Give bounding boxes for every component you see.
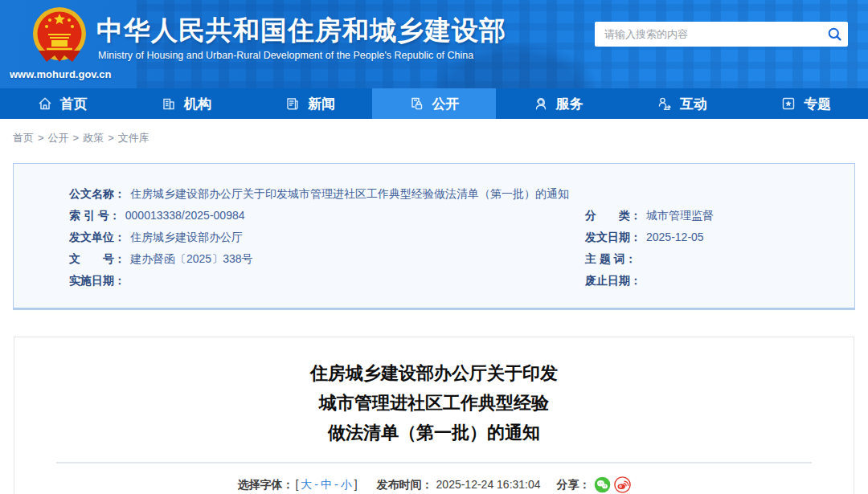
weibo-icon [614, 476, 631, 493]
home-icon [37, 96, 53, 112]
weibo-share-button[interactable] [614, 476, 631, 493]
nav-item-label: 新闻 [308, 95, 335, 113]
share-group: 分享： [557, 476, 631, 493]
interact-person-icon [657, 96, 673, 112]
field-abolish-date: 废止日期： [585, 270, 838, 292]
share-label: 分享： [557, 478, 591, 492]
field-issue-date: 发文日期：2025-12-05 [585, 227, 838, 248]
publish-time-label: 发布时间： [377, 478, 433, 491]
field-category: 分 类：城市管理监督 [585, 205, 838, 227]
publish-time-group: 发布时间：2025-12-24 16:31:04 [377, 478, 541, 492]
breadcrumb-separator: > [38, 132, 44, 144]
document-info-grid: 公文名称：住房城乡建设部办公厅关于印发城市管理进社区工作典型经验做法清单（第一批… [69, 183, 838, 292]
field-value: 000013338/2025-00984 [125, 209, 245, 222]
article-title-line: 城市管理进社区工作典型经验 [14, 388, 854, 418]
font-size-large[interactable]: 大 [301, 478, 312, 491]
field-label: 主 题 词： [585, 252, 637, 265]
field-subject-words: 主 题 词： [585, 248, 838, 270]
field-value: 住房城乡建设部办公厅关于印发城市管理进社区工作典型经验做法清单（第一批）的通知 [130, 187, 569, 200]
field-label: 发文日期： [585, 231, 641, 243]
field-value: 建办督函〔2025〕338号 [130, 252, 253, 265]
search-button[interactable] [821, 22, 848, 47]
nav-item-label: 首页 [60, 95, 88, 113]
breadcrumb-disclosure[interactable]: 公开 [48, 132, 69, 144]
disclosure-lock-icon [408, 96, 424, 112]
nav-item-disclosure[interactable]: 公开 [372, 88, 496, 119]
breadcrumb-separator: > [108, 132, 114, 144]
nav-item-label: 机构 [184, 95, 211, 113]
nav-item-topics[interactable]: 专题 [744, 88, 868, 119]
wechat-share-button[interactable] [594, 476, 611, 493]
site-url: www.mohurd.gov.cn [10, 68, 111, 80]
field-doc-name: 公文名称：住房城乡建设部办公厅关于印发城市管理进社区工作典型经验做法清单（第一批… [69, 183, 585, 205]
nav-item-home[interactable]: 首页 [0, 88, 124, 119]
field-value: 城市管理监督 [646, 209, 714, 222]
field-label: 文 号： [69, 252, 125, 265]
site-title: 中华人民共和国住房和城乡建设部 [96, 13, 506, 49]
field-label: 索 引 号： [69, 209, 121, 222]
field-empty [585, 183, 838, 205]
field-doc-number: 文 号：建办督函〔2025〕338号 [69, 248, 585, 270]
news-icon [285, 96, 301, 112]
breadcrumb-policy[interactable]: 政策 [83, 132, 104, 144]
document-info-card: 公文名称：住房城乡建设部办公厅关于印发城市管理进社区工作典型经验做法清单（第一批… [13, 163, 855, 310]
national-emblem-icon [31, 6, 88, 63]
field-implement-date: 实施日期： [69, 270, 585, 292]
article-title-line: 做法清单（第一批）的通知 [14, 418, 854, 447]
wechat-icon [594, 476, 611, 493]
article-title: 住房城乡建设部办公厅关于印发 城市管理进社区工作典型经验 做法清单（第一批）的通… [14, 358, 854, 447]
breadcrumb: 首页>公开>政策>文件库 [0, 119, 868, 155]
breadcrumb-separator: > [73, 132, 80, 144]
article-card: 住房城乡建设部办公厅关于印发 城市管理进社区工作典型经验 做法清单（第一批）的通… [14, 337, 854, 494]
font-dash: - [314, 478, 318, 491]
nav-item-news[interactable]: 新闻 [248, 88, 372, 119]
topic-star-icon [780, 96, 796, 112]
field-label: 废止日期： [585, 274, 641, 287]
article-title-line: 住房城乡建设部办公厅关于印发 [14, 358, 854, 388]
bracket-close: ] [354, 478, 358, 491]
font-size-small[interactable]: 小 [341, 478, 352, 491]
site-subtitle-english: Ministry of Housing and Urban-Rural Deve… [98, 50, 473, 61]
publish-time-value: 2025-12-24 16:31:04 [436, 478, 541, 491]
nav-item-label: 公开 [432, 95, 459, 113]
search-input[interactable] [595, 22, 821, 47]
article-meta-row: 选择字体： [大-中-小] 发布时间：2025-12-24 16:31:04 分… [14, 476, 854, 493]
nav-item-interact[interactable]: 互动 [620, 88, 743, 119]
search-icon [827, 27, 842, 42]
breadcrumb-home[interactable]: 首页 [13, 132, 34, 144]
field-label: 发文单位： [69, 231, 125, 243]
site-header: www.mohurd.gov.cn 中华人民共和国住房和城乡建设部 Minist… [0, 0, 868, 88]
font-dash: - [334, 478, 338, 491]
nav-item-label: 专题 [804, 95, 831, 113]
nav-item-label: 互动 [680, 95, 707, 113]
field-value: 2025-12-05 [646, 231, 704, 243]
field-index-number: 索 引 号：000013338/2025-00984 [69, 205, 585, 227]
field-label: 分 类： [585, 209, 641, 222]
nav-item-services[interactable]: 服务 [496, 88, 620, 119]
breadcrumb-library[interactable]: 文件库 [118, 132, 149, 144]
service-person-icon [533, 96, 549, 112]
main-nav: 首页 机构 新闻 公开 服务 [0, 88, 868, 119]
organization-icon [161, 96, 177, 112]
title-divider [56, 462, 812, 463]
nav-item-organization[interactable]: 机构 [124, 88, 248, 119]
nav-item-label: 服务 [556, 95, 583, 113]
field-label: 实施日期： [69, 274, 125, 287]
font-size-medium[interactable]: 中 [321, 478, 332, 491]
field-issuing-unit: 发文单位：住房城乡建设部办公厅 [69, 227, 585, 248]
field-label: 公文名称： [69, 187, 125, 200]
bracket-open: [ [295, 478, 298, 491]
field-value: 住房城乡建设部办公厅 [130, 231, 243, 243]
font-size-selector: [大-中-小] [295, 478, 357, 492]
font-select-label: 选择字体： [237, 478, 293, 492]
search-box [595, 22, 848, 47]
